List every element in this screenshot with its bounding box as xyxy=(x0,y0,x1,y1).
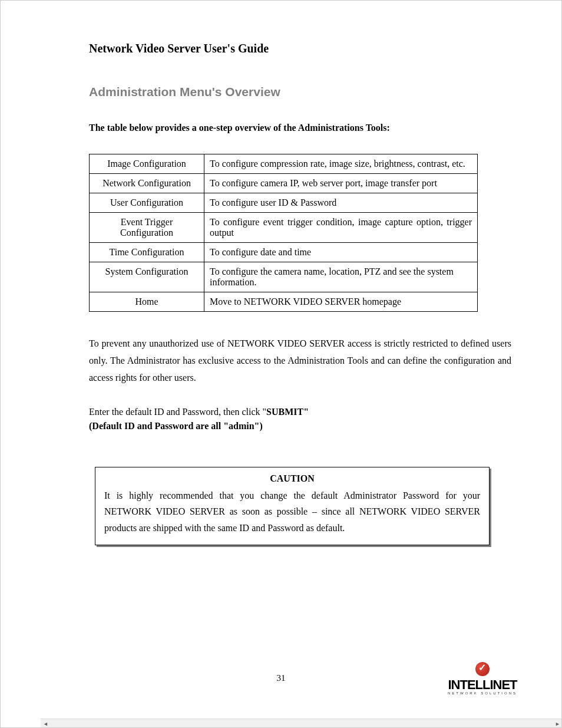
scroll-right-icon[interactable]: ► xyxy=(553,719,562,728)
table-row: Home Move to NETWORK VIDEO SERVER homepa… xyxy=(90,292,478,312)
tool-name: User Configuration xyxy=(90,193,204,213)
table-row: Image Configuration To configure compres… xyxy=(90,154,478,174)
admin-tools-table: Image Configuration To configure compres… xyxy=(89,154,478,312)
tool-desc: To configure camera IP, web server port,… xyxy=(204,174,478,193)
submit-label: SUBMIT" xyxy=(266,407,309,417)
brand-logo: INTELLINET NETWORK SOLUTIONS xyxy=(448,662,517,695)
logo-text: INTELLINET xyxy=(448,677,517,693)
tool-name: Event Trigger Configuration xyxy=(90,213,204,243)
table-row: User Configuration To configure user ID … xyxy=(90,193,478,213)
tool-desc: Move to NETWORK VIDEO SERVER homepage xyxy=(204,292,478,312)
table-row: Network Configuration To configure camer… xyxy=(90,174,478,193)
tool-desc: To configure user ID & Password xyxy=(204,193,478,213)
tool-name: Network Configuration xyxy=(90,174,204,193)
submit-prefix: Enter the default ID and Password, then … xyxy=(89,407,266,417)
horizontal-scrollbar[interactable]: ◄ ► xyxy=(41,719,562,727)
caution-text: It is highly recommended that you change… xyxy=(104,487,480,536)
logo-subtext: NETWORK SOLUTIONS xyxy=(448,691,517,695)
table-row: Event Trigger Configuration To configure… xyxy=(90,213,478,243)
table-row: System Configuration To configure the ca… xyxy=(90,262,478,292)
tool-desc: To configure event trigger condition, im… xyxy=(204,213,478,243)
caution-title: CAUTION xyxy=(104,473,480,484)
tool-desc: To configure date and time xyxy=(204,243,478,262)
page-title: Network Video Server User's Guide xyxy=(89,42,517,55)
default-credentials-note: (Default ID and Password are all "admin"… xyxy=(89,421,517,431)
section-heading: Administration Menu's Overview xyxy=(89,85,517,99)
checkmark-icon xyxy=(475,662,490,676)
scroll-left-icon[interactable]: ◄ xyxy=(41,719,51,728)
tool-desc: To configure compression rate, image siz… xyxy=(204,154,478,174)
intro-text: The table below provides a one-step over… xyxy=(89,123,517,133)
tool-name: System Configuration xyxy=(90,262,204,292)
tool-name: Time Configuration xyxy=(90,243,204,262)
tool-name: Home xyxy=(90,292,204,312)
tool-desc: To configure the camera name, location, … xyxy=(204,262,478,292)
caution-box: CAUTION It is highly recommended that yo… xyxy=(95,467,490,545)
tool-name: Image Configuration xyxy=(90,154,204,174)
submit-instruction: Enter the default ID and Password, then … xyxy=(89,404,517,421)
body-paragraph: To prevent any unauthorized use of NETWO… xyxy=(89,335,511,386)
table-row: Time Configuration To configure date and… xyxy=(90,243,478,262)
